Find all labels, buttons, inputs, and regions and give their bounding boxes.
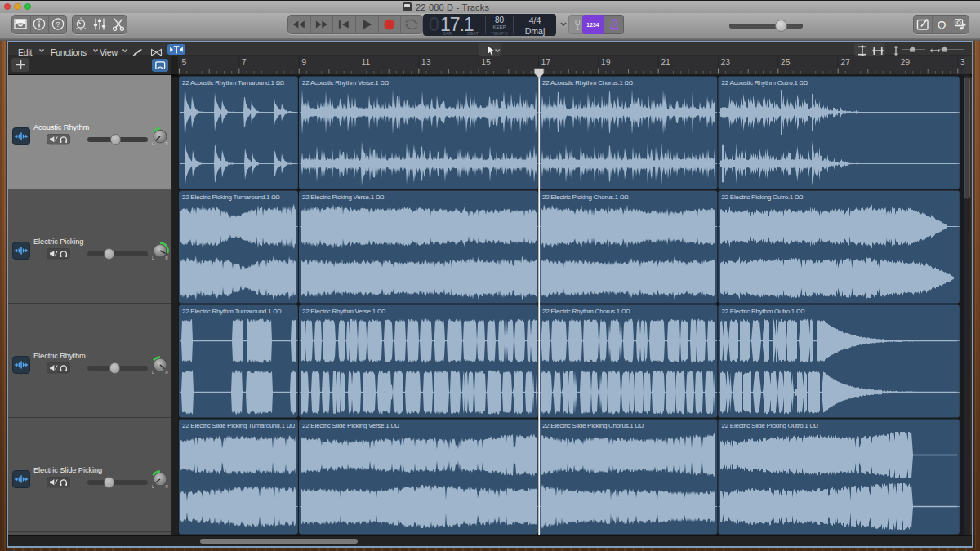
- svg-text:22 Acoustic Rhythm Outro.1 ΩΩ: 22 Acoustic Rhythm Outro.1 ΩΩ: [722, 79, 808, 87]
- svg-text:22 Electric Picking Outro.1 Ω: 22 Electric Picking Outro.1 ΩΩ: [722, 193, 804, 201]
- svg-text:22 Electric Slide Picking Vers: 22 Electric Slide Picking Verse.1 ΩΩ: [302, 422, 400, 429]
- svg-text:11: 11: [362, 57, 371, 67]
- svg-text:22 Electric Slide Picking Outr: 22 Electric Slide Picking Outro.1 ΩΩ: [722, 422, 819, 429]
- svg-text:22 Electric Slide Picking Turn: 22 Electric Slide Picking Turnaround.1 Ω…: [182, 422, 296, 429]
- svg-text:3: 3: [960, 57, 965, 67]
- svg-text:22 Acoustic Rhythm Verse.1 ΩΩ: 22 Acoustic Rhythm Verse.1 ΩΩ: [302, 79, 390, 87]
- svg-text:5: 5: [182, 57, 187, 67]
- svg-text:22 Acoustic Rhythm Chorus.1 Ω: 22 Acoustic Rhythm Chorus.1 ΩΩ: [542, 79, 634, 87]
- svg-text:9: 9: [301, 57, 306, 67]
- svg-text:22 Electric Slide Picking Chor: 22 Electric Slide Picking Chorus.1 ΩΩ: [542, 422, 644, 429]
- svg-text:7: 7: [242, 57, 247, 67]
- svg-text:22 Electric Rhythm Turnaround.: 22 Electric Rhythm Turnaround.1 ΩΩ: [182, 308, 282, 315]
- svg-text:21: 21: [661, 57, 670, 67]
- svg-text:29: 29: [901, 57, 911, 67]
- svg-text:25: 25: [781, 57, 791, 67]
- svg-text:13: 13: [421, 57, 431, 67]
- svg-text:22 Electric Picking Verse.1 Ω: 22 Electric Picking Verse.1 ΩΩ: [302, 193, 385, 201]
- svg-text:23: 23: [721, 57, 731, 67]
- svg-text:19: 19: [601, 57, 611, 67]
- svg-text:22 Electric Rhythm Outro.1 ΩΩ: 22 Electric Rhythm Outro.1 ΩΩ: [722, 308, 806, 315]
- svg-text:22 Electric Picking Turnaround: 22 Electric Picking Turnaround.1 ΩΩ: [182, 193, 280, 201]
- svg-text:22 Electric Picking Chorus.1: 22 Electric Picking Chorus.1 ΩΩ: [542, 193, 629, 201]
- svg-text:22 Electric Rhythm Verse.1 ΩΩ: 22 Electric Rhythm Verse.1 ΩΩ: [302, 308, 386, 315]
- svg-text:15: 15: [481, 57, 491, 67]
- svg-text:27: 27: [840, 57, 850, 67]
- svg-text:22 Acoustic Rhythm Turnaround.: 22 Acoustic Rhythm Turnaround.1 ΩΩ: [182, 79, 285, 87]
- svg-text:22 Electric Rhythm Chorus.1 Ω: 22 Electric Rhythm Chorus.1 ΩΩ: [542, 308, 630, 315]
- svg-text:17: 17: [541, 57, 551, 67]
